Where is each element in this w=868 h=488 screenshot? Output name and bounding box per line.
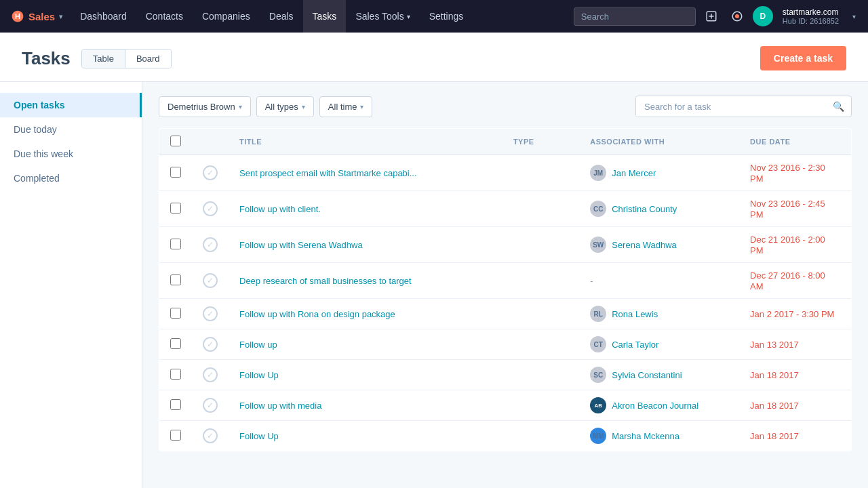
task-title-link[interactable]: Follow Up bbox=[239, 370, 279, 380]
assoc-avatar: MM bbox=[590, 428, 606, 444]
table-toolbar: Demetrius Brown ▾ All types ▾ All time ▾… bbox=[159, 96, 852, 117]
due-date-text: Nov 23 2016 - 2:45 PM bbox=[750, 199, 825, 220]
col-type: TYPE bbox=[502, 129, 579, 155]
row-checkbox[interactable] bbox=[170, 369, 181, 380]
task-table-body: ✓Sent prospect email with Startmarke cap… bbox=[159, 155, 852, 451]
complete-icon[interactable]: ✓ bbox=[203, 201, 218, 216]
table-row: ✓Follow up with Rona on design packageRL… bbox=[159, 299, 852, 329]
col-complete bbox=[192, 129, 229, 155]
assoc-link[interactable]: Christina County bbox=[612, 204, 677, 214]
row-title-cell: Follow up with media bbox=[229, 390, 502, 421]
row-type-cell bbox=[502, 421, 579, 451]
filter-type-button[interactable]: All types ▾ bbox=[256, 96, 314, 117]
row-due-cell: Jan 18 2017 bbox=[739, 360, 851, 390]
row-checkbox[interactable] bbox=[170, 167, 181, 178]
complete-icon[interactable]: ✓ bbox=[203, 165, 218, 180]
assoc-link[interactable]: Rona Lewis bbox=[612, 309, 658, 319]
task-title-link[interactable]: Follow up with Rona on design package bbox=[239, 309, 395, 319]
nav-contacts[interactable]: Contacts bbox=[136, 0, 193, 33]
row-type-cell bbox=[502, 299, 579, 329]
topnav-right: D startmarke.com Hub ID: 2616852 ▾ bbox=[574, 6, 860, 26]
board-view-button[interactable]: Board bbox=[125, 49, 171, 68]
nav-companies[interactable]: Companies bbox=[193, 0, 260, 33]
tasks-table: TITLE TYPE ASSOCIATED WITH DUE DATE ✓Sen… bbox=[159, 128, 852, 451]
account-info[interactable]: startmarke.com Hub ID: 2616852 bbox=[778, 7, 843, 25]
row-type-cell bbox=[502, 329, 579, 360]
complete-icon[interactable]: ✓ bbox=[203, 237, 218, 252]
complete-icon[interactable]: ✓ bbox=[203, 273, 218, 288]
row-assoc-cell: - bbox=[579, 263, 739, 299]
select-all-checkbox[interactable] bbox=[170, 136, 181, 146]
nav-items: Dashboard Contacts Companies Deals Tasks… bbox=[71, 0, 574, 33]
table-header: TITLE TYPE ASSOCIATED WITH DUE DATE bbox=[159, 129, 852, 155]
row-assoc-cell: CTCarla Taylor bbox=[579, 329, 739, 360]
row-complete-cell: ✓ bbox=[192, 191, 229, 227]
assoc-link[interactable]: Sylvia Constantini bbox=[612, 370, 682, 380]
assoc-link[interactable]: Jan Mercer bbox=[612, 168, 656, 178]
row-assoc-cell: CCChristina County bbox=[579, 191, 739, 227]
sidebar-item-due-today[interactable]: Due today bbox=[0, 117, 142, 142]
row-checkbox[interactable] bbox=[170, 239, 181, 249]
row-checkbox[interactable] bbox=[170, 338, 181, 349]
due-date-text: Dec 27 2016 - 8:00 AM bbox=[750, 270, 825, 291]
help-icon[interactable] bbox=[701, 6, 722, 26]
task-search-input[interactable] bbox=[636, 97, 826, 117]
row-checkbox[interactable] bbox=[170, 399, 181, 410]
assoc-avatar: JM bbox=[590, 165, 606, 181]
task-title-link[interactable]: Follow Up bbox=[239, 431, 279, 441]
row-checkbox[interactable] bbox=[170, 274, 181, 285]
complete-icon[interactable]: ✓ bbox=[203, 306, 218, 321]
nav-settings[interactable]: Settings bbox=[420, 0, 473, 33]
assoc-container: SWSerena Wadhwa bbox=[590, 237, 728, 253]
row-checkbox[interactable] bbox=[170, 203, 181, 214]
row-checkbox-cell bbox=[159, 390, 193, 421]
row-checkbox-cell bbox=[159, 299, 193, 329]
notifications-icon[interactable] bbox=[727, 6, 747, 26]
assoc-link[interactable]: Marsha Mckenna bbox=[612, 431, 679, 441]
nav-sales-tools[interactable]: Sales Tools ▾ bbox=[346, 0, 419, 33]
filter-time-button[interactable]: All time ▾ bbox=[319, 96, 373, 117]
complete-icon[interactable]: ✓ bbox=[203, 428, 218, 443]
global-search-input[interactable] bbox=[574, 7, 696, 26]
nav-deals[interactable]: Deals bbox=[260, 0, 303, 33]
assoc-link[interactable]: Carla Taylor bbox=[612, 340, 658, 350]
row-checkbox[interactable] bbox=[170, 430, 181, 441]
task-title-link[interactable]: Follow up bbox=[239, 340, 277, 350]
assoc-dash: - bbox=[590, 276, 593, 286]
row-checkbox[interactable] bbox=[170, 308, 181, 319]
user-avatar[interactable]: D bbox=[753, 6, 773, 26]
assoc-container: SCSylvia Constantini bbox=[590, 367, 728, 383]
task-title-container: Follow Up bbox=[239, 370, 492, 380]
type-chevron-icon: ▾ bbox=[302, 103, 305, 110]
task-search-icon[interactable]: 🔍 bbox=[826, 96, 851, 117]
row-due-cell: Jan 13 2017 bbox=[739, 329, 851, 360]
brand-logo[interactable]: Sales ▾ bbox=[8, 9, 71, 23]
table-row: ✓Follow up with Serena WadhwaSWSerena Wa… bbox=[159, 227, 852, 263]
table-row: ✓Deep research of small businesses to ta… bbox=[159, 263, 852, 299]
task-title-link[interactable]: Follow up with Serena Wadhwa bbox=[239, 240, 363, 250]
create-task-button[interactable]: Create a task bbox=[760, 46, 846, 70]
due-date-text: Jan 18 2017 bbox=[750, 370, 799, 380]
assoc-link[interactable]: Serena Wadhwa bbox=[612, 240, 677, 250]
table-area: Demetrius Brown ▾ All types ▾ All time ▾… bbox=[142, 82, 868, 488]
assoc-link[interactable]: Akron Beacon Journal bbox=[612, 401, 698, 411]
nav-dashboard[interactable]: Dashboard bbox=[71, 0, 136, 33]
table-view-button[interactable]: Table bbox=[82, 49, 125, 68]
account-chevron-icon[interactable]: ▾ bbox=[848, 9, 860, 24]
complete-icon[interactable]: ✓ bbox=[203, 337, 218, 352]
task-title-link[interactable]: Sent prospect email with Startmarke capa… bbox=[239, 168, 417, 178]
complete-icon[interactable]: ✓ bbox=[203, 398, 218, 413]
brand-chevron[interactable]: ▾ bbox=[59, 13, 62, 20]
sidebar-item-open-tasks[interactable]: Open tasks bbox=[0, 93, 142, 117]
task-title-link[interactable]: Follow up with media bbox=[239, 401, 321, 411]
sidebar-item-due-this-week[interactable]: Due this week bbox=[0, 142, 142, 166]
filter-assignee-button[interactable]: Demetrius Brown ▾ bbox=[159, 96, 251, 117]
complete-icon[interactable]: ✓ bbox=[203, 367, 218, 382]
sidebar-item-completed[interactable]: Completed bbox=[0, 166, 142, 190]
row-due-cell: Nov 23 2016 - 2:30 PM bbox=[739, 155, 851, 191]
nav-tasks[interactable]: Tasks bbox=[303, 0, 347, 33]
assoc-avatar: SW bbox=[590, 237, 606, 253]
task-title-link[interactable]: Deep research of small businesses to tar… bbox=[239, 276, 412, 286]
task-title-link[interactable]: Follow up with client. bbox=[239, 204, 321, 214]
row-complete-cell: ✓ bbox=[192, 227, 229, 263]
